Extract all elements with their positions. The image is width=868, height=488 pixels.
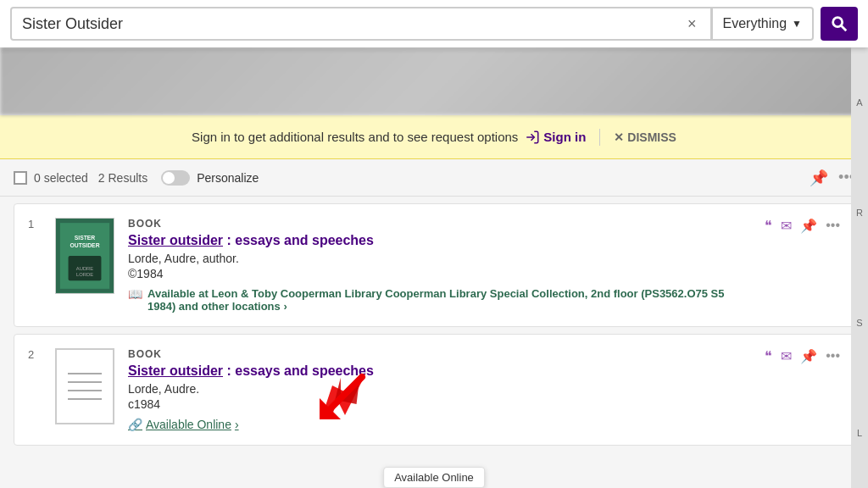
select-all-checkbox[interactable] (14, 171, 27, 185)
title-highlight-2: Sister outsider (128, 363, 223, 378)
scope-dropdown-icon: ▼ (792, 18, 802, 30)
result-actions-2: ❝ ✉ 📌 ••• (765, 348, 840, 431)
dismiss-button[interactable]: ✕ DISMISS (614, 130, 676, 144)
banner-divider (599, 129, 600, 146)
availability-text-1: Available at Leon & Toby Cooperman Libra… (147, 287, 751, 313)
title-highlight-1: Sister outsider (128, 233, 223, 247)
svg-text:OUTSIDER: OUTSIDER (70, 242, 99, 248)
scope-selector[interactable]: Everything ▼ (713, 7, 814, 41)
result-availability-2: 🔗 Available Online › (128, 418, 751, 431)
toolbar-actions: 📌 ••• (810, 169, 854, 187)
email-icon-1[interactable]: ✉ (781, 218, 792, 234)
result-number-1: 1 (28, 218, 42, 313)
search-button[interactable] (821, 7, 858, 41)
signin-label: Sign in (543, 130, 586, 144)
panel-letter-s: S (856, 318, 862, 328)
table-row: 1 SISTER OUTSIDER AUDRE LORDE BOOK Siste… (14, 203, 854, 327)
link-icon-2: 🔗 (128, 418, 142, 431)
title-rest-2: : essays and speeches (223, 363, 374, 378)
cite-icon-1[interactable]: ❝ (765, 218, 772, 234)
results-toolbar: 0 selected 2 Results Personalize 📌 ••• (0, 159, 868, 197)
book-cover-image-1: SISTER OUTSIDER AUDRE LORDE (55, 218, 114, 294)
dismiss-label: DISMISS (627, 130, 676, 144)
table-row: 2 BOOK Sister outsider : essays and spee… (14, 334, 854, 446)
personalize-toggle[interactable]: Personalize (161, 170, 259, 186)
availability-link-1[interactable]: Available at Leon & Toby Cooperman Libra… (147, 287, 725, 313)
pin-toolbar-icon[interactable]: 📌 (810, 169, 828, 187)
result-type-1: BOOK (128, 218, 751, 230)
scope-text: Everything (723, 16, 787, 31)
banner-message: Sign in to get additional results and to… (192, 130, 518, 144)
book-cover-2 (55, 348, 114, 424)
result-type-2: BOOK (128, 348, 751, 360)
results-count: 2 Results (98, 171, 147, 185)
search-bar: × Everything ▼ (0, 0, 868, 47)
book-line-2 (68, 381, 102, 383)
book-line-4 (68, 398, 102, 400)
availability-chevron-1: › (283, 300, 287, 313)
svg-text:SISTER: SISTER (75, 235, 96, 241)
signin-banner: Sign in to get additional results and to… (0, 115, 868, 159)
more-icon-1[interactable]: ••• (826, 218, 840, 233)
svg-point-0 (833, 18, 843, 27)
title-rest-1: : essays and speeches (223, 233, 374, 247)
result-availability-1: 📖 Available at Leon & Toby Cooperman Lib… (128, 287, 751, 313)
more-icon-2[interactable]: ••• (826, 348, 840, 363)
result-author-1: Lorde, Audre, author. (128, 252, 751, 265)
result-number-2: 2 (28, 348, 42, 431)
pin-icon-1[interactable]: 📌 (800, 218, 817, 234)
result-content-1: BOOK Sister outsider : essays and speech… (128, 218, 751, 313)
personalize-label: Personalize (197, 171, 259, 185)
toggle-knob (163, 172, 175, 184)
cite-icon-2[interactable]: ❝ (765, 348, 772, 364)
right-panel: A R S L (851, 47, 868, 488)
svg-text:AUDRE: AUDRE (76, 266, 93, 271)
background-area (0, 47, 868, 115)
result-year-2: c1984 (128, 397, 751, 411)
email-icon-2[interactable]: ✉ (781, 348, 792, 364)
book-cover-placeholder-2 (55, 348, 114, 424)
result-author-2: Lorde, Audre. (128, 382, 751, 396)
book-line-3 (68, 390, 102, 391)
dismiss-x-icon: ✕ (614, 130, 624, 144)
result-year-1: ©1984 (128, 267, 751, 280)
result-title-1[interactable]: Sister outsider : essays and speeches (128, 233, 751, 248)
pin-icon-2[interactable]: 📌 (800, 348, 817, 364)
online-chevron-2: › (235, 418, 239, 431)
result-actions-1: ❝ ✉ 📌 ••• (765, 218, 840, 313)
tooltip-text: Available Online (394, 471, 474, 484)
signin-icon (525, 130, 540, 145)
search-input[interactable] (22, 15, 684, 33)
results-area: 1 SISTER OUTSIDER AUDRE LORDE BOOK Siste… (0, 197, 868, 488)
bottom-tooltip: Available Online (383, 467, 485, 488)
panel-letter-a: A (856, 97, 862, 108)
svg-line-1 (841, 25, 846, 30)
svg-text:LORDE: LORDE (76, 272, 93, 277)
signin-link[interactable]: Sign in (525, 130, 586, 145)
panel-letter-l: L (857, 428, 862, 438)
result-content-2: BOOK Sister outsider : essays and speech… (128, 348, 751, 431)
search-input-area[interactable]: × (10, 7, 712, 41)
personalize-switch[interactable] (161, 170, 190, 186)
result-title-2[interactable]: Sister outsider : essays and speeches (128, 363, 751, 379)
book-line-1 (68, 373, 102, 374)
panel-letter-r: R (856, 208, 863, 218)
online-label-2: Available Online (146, 418, 231, 431)
selected-count: 0 selected (34, 171, 88, 185)
online-link-2[interactable]: 🔗 Available Online › (128, 418, 239, 431)
book-cover-1: SISTER OUTSIDER AUDRE LORDE (55, 218, 114, 294)
clear-search-button[interactable]: × (684, 15, 700, 33)
availability-book-icon-1: 📖 (128, 287, 142, 301)
search-icon (830, 14, 849, 33)
